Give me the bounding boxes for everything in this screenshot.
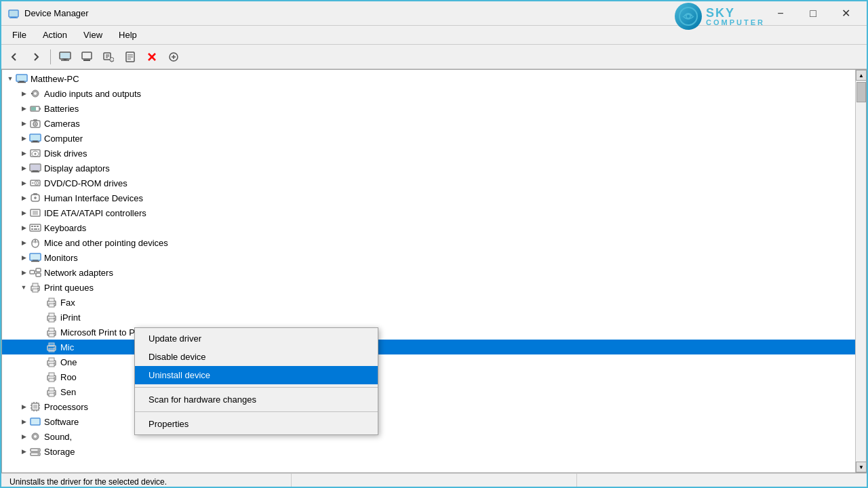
ctx-uninstall-device[interactable]: Uninstall device [135, 366, 378, 384]
tree-disk[interactable]: ▶ Disk drives [2, 146, 855, 161]
ctx-disable-device[interactable]: Disable device [135, 348, 378, 366]
logo-area: SKY COMPUTER [675, 3, 765, 30]
tree-audio[interactable]: ▶ Audio inputs and outputs [2, 86, 855, 101]
mice-icon [29, 237, 41, 249]
scroll-thumb[interactable] [856, 82, 866, 102]
tree-keyboards[interactable]: ▶ Keyboards [2, 220, 855, 235]
menu-help[interactable]: Help [111, 27, 145, 43]
main-panel: ▼ Matthew-PC ▶ [1, 69, 867, 473]
svg-rect-120 [33, 405, 37, 409]
svg-rect-93 [49, 304, 54, 307]
svg-rect-117 [49, 393, 54, 396]
svg-rect-109 [49, 363, 54, 367]
network-label: Network adapters [44, 268, 113, 278]
tree-one[interactable]: ▶ One [2, 354, 855, 369]
remove-button[interactable] [142, 47, 162, 66]
tree-ms-pdf[interactable]: ▶ Microsoft Print to PDF [2, 325, 855, 340]
tree-iprint[interactable]: ▶ iPrint [2, 310, 855, 325]
display-label: Display adaptors [44, 163, 110, 174]
tree-sound[interactable]: ▶ Sound, [2, 429, 855, 444]
tree-network[interactable]: ▶ Network adapters [2, 265, 855, 280]
ctx-scan-hardware[interactable]: Scan for hardware changes [135, 390, 378, 409]
tree-sen[interactable]: ▶ Sen [2, 384, 855, 399]
svg-rect-130 [31, 419, 39, 424]
monitors-label: Monitors [44, 253, 78, 263]
properties-button[interactable] [120, 47, 140, 66]
software-icon [29, 415, 41, 428]
scroll-track[interactable] [856, 81, 866, 462]
tree-dvd[interactable]: ▶ DVD/CD-ROM drives [2, 176, 855, 190]
keyboards-label: Keyboards [44, 223, 86, 233]
device-tree[interactable]: ▼ Matthew-PC ▶ [2, 70, 855, 472]
ide-label: IDE ATA/ATAPI controllers [44, 208, 146, 218]
svg-rect-116 [49, 388, 54, 391]
svg-point-5 [686, 14, 690, 18]
tree-ide[interactable]: ▶ IDE ATA/ATAPI controllers [2, 205, 855, 220]
svg-point-106 [54, 347, 55, 348]
menu-file[interactable]: File [4, 27, 35, 43]
storage-label: Storage [44, 447, 75, 457]
tree-mic[interactable]: ▶ Mic [2, 340, 855, 354]
tree-root[interactable]: ▼ Matthew-PC [2, 71, 855, 86]
ctx-update-driver[interactable]: Update driver [135, 329, 378, 348]
title-bar: Device Manager SKY COMPUTER − □ ✕ [1, 1, 867, 26]
tree-processors[interactable]: ▶ Processors [2, 399, 855, 414]
ctx-properties[interactable]: Properties [135, 415, 378, 433]
mic-label: Mic [60, 342, 74, 352]
iprint-icon [45, 311, 58, 323]
one-icon [45, 356, 58, 368]
network-chevron: ▶ [18, 267, 29, 278]
tree-software[interactable]: ▶ Software [2, 414, 855, 429]
tree-mice[interactable]: ▶ Mice and other pointing devices [2, 235, 855, 250]
svg-point-98 [54, 317, 55, 319]
sound-chevron: ▶ [18, 431, 29, 442]
audio-label: Audio inputs and outputs [44, 89, 141, 99]
tree-cameras[interactable]: ▶ Cameras [2, 116, 855, 131]
tree-fax[interactable]: ▶ Fax [2, 295, 855, 310]
close-button[interactable]: ✕ [830, 3, 861, 24]
one-label: One [60, 357, 77, 367]
svg-point-132 [34, 435, 37, 438]
tree-hid[interactable]: ▶ Human Interface Devices [2, 190, 855, 205]
tree-computer[interactable]: ▶ Computer [2, 131, 855, 146]
svg-rect-104 [49, 343, 54, 346]
context-menu: Update driver Disable device Uninstall d… [134, 327, 378, 435]
svg-rect-70 [37, 226, 39, 227]
status-section-3 [577, 474, 861, 488]
tree-batteries[interactable]: ▶ Batteries [2, 101, 855, 116]
tree-storage[interactable]: ▶ Storage [2, 444, 855, 459]
cameras-label: Cameras [44, 119, 80, 129]
show-resources-button[interactable] [77, 47, 97, 66]
menu-view[interactable]: View [75, 27, 111, 43]
ide-chevron: ▶ [18, 207, 29, 218]
scroll-down-button[interactable]: ▼ [856, 462, 867, 472]
show-devices-button[interactable] [55, 47, 75, 66]
software-chevron: ▶ [18, 416, 29, 427]
tree-print-queues[interactable]: ▼ Print queues [2, 280, 855, 295]
print-label: Print queues [44, 283, 94, 293]
svg-rect-100 [49, 328, 54, 331]
help-button[interactable]: ? [98, 47, 119, 66]
minimize-button[interactable]: − [765, 3, 796, 24]
tree-display[interactable]: ▶ Display adaptors [2, 161, 855, 176]
app-icon [7, 7, 20, 20]
print-chevron: ▼ [18, 282, 29, 293]
tree-monitors[interactable]: ▶ Monitors [2, 250, 855, 265]
forward-button[interactable] [26, 47, 46, 66]
software-label: Software [44, 417, 79, 427]
dvd-icon [29, 177, 41, 189]
scroll-up-button[interactable]: ▲ [856, 70, 867, 81]
svg-rect-97 [49, 319, 54, 322]
network-icon [29, 266, 41, 279]
display-chevron: ▶ [18, 163, 29, 174]
menu-action[interactable]: Action [35, 27, 75, 43]
svg-rect-42 [33, 119, 37, 121]
maximize-button[interactable]: □ [797, 3, 829, 24]
back-button[interactable] [4, 47, 24, 66]
hid-label: Human Interface Devices [44, 193, 143, 203]
vertical-scrollbar[interactable]: ▲ ▼ [855, 70, 866, 472]
svg-rect-37 [39, 108, 41, 110]
svg-point-34 [34, 92, 37, 95]
scan-button[interactable] [163, 47, 184, 66]
tree-roo[interactable]: ▶ Roo [2, 369, 855, 384]
